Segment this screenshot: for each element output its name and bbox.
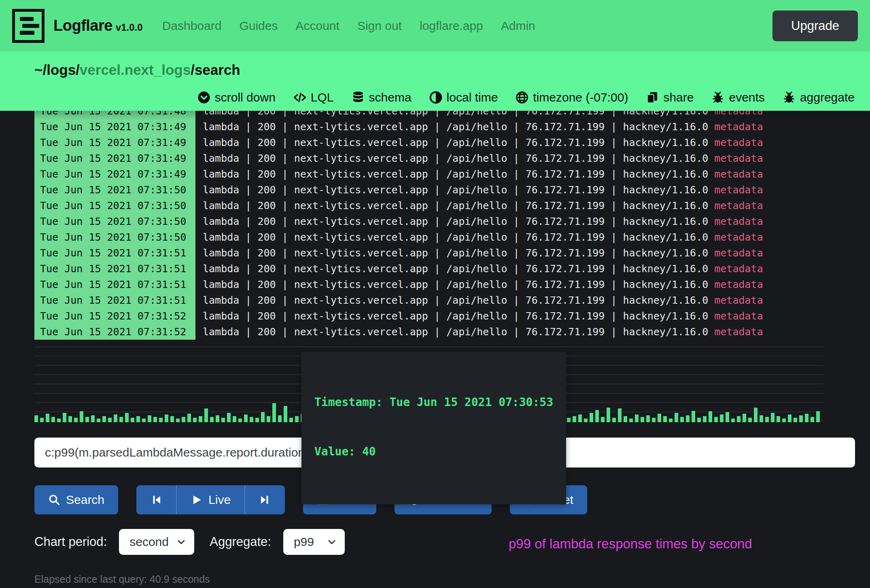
chart-bar[interactable] [720,415,724,422]
chart-bar[interactable] [771,413,775,422]
chart-bar[interactable] [811,417,814,422]
chart-bar[interactable] [692,411,695,422]
metadata-link[interactable]: metadata [714,326,763,338]
chart-bar[interactable] [210,417,214,422]
chart-bar[interactable] [51,417,55,422]
chart-bar[interactable] [607,408,610,422]
chart-bar[interactable] [119,417,123,422]
chart-bar[interactable] [40,418,44,422]
nav-logflare-app[interactable]: logflare.app [420,19,483,33]
chart-bar[interactable] [618,408,622,422]
metadata-link[interactable]: metadata [714,200,763,212]
events-button[interactable]: events [711,91,764,104]
chart-bar[interactable] [590,413,593,422]
nav-account[interactable]: Account [295,19,339,33]
chart-bar[interactable] [250,417,253,422]
chart-bar[interactable] [170,416,174,422]
brand-link[interactable]: Logflare v1.0.0 [53,17,143,34]
chart-bar[interactable] [714,417,718,422]
timezone-button[interactable]: timezone (-07:00) [516,91,628,104]
chart-bar[interactable] [675,413,678,422]
chart-bar[interactable] [193,418,197,422]
chart-bar[interactable] [153,417,157,422]
upgrade-button[interactable]: Upgrade [772,11,858,41]
chart-bar[interactable] [612,418,616,422]
chart-bar[interactable] [669,419,673,422]
metadata-link[interactable]: metadata [714,216,763,227]
chart-bar[interactable] [737,416,741,422]
chart-bar[interactable] [686,415,690,422]
chart-bar[interactable] [227,413,231,422]
search-button[interactable]: Search [34,485,118,514]
chart-bar[interactable] [680,417,684,422]
chart-bar[interactable] [46,414,49,422]
chart-bar[interactable] [760,415,763,422]
chart-bar[interactable] [652,418,656,422]
share-button[interactable]: share [646,91,694,104]
chart-bar[interactable] [289,418,293,422]
chart-bar[interactable] [641,417,644,422]
chart-bar[interactable] [142,419,146,422]
chart-bar[interactable] [187,414,191,422]
chart-bar[interactable] [148,415,151,422]
chart-bar[interactable] [102,416,106,422]
chart-bar[interactable] [635,415,639,422]
chart-bar[interactable] [646,415,650,422]
chart-bar[interactable] [204,408,208,422]
chart-bar[interactable] [261,412,265,422]
metadata-link[interactable]: metadata [714,310,763,322]
chart-bar[interactable] [136,416,140,422]
skip-to-end-button[interactable] [244,485,285,514]
chart-bar[interactable] [97,419,100,422]
chart-bar[interactable] [278,415,282,422]
aggregate-select[interactable]: p99 [283,529,345,555]
chart-bar[interactable] [703,416,707,422]
chart-bar[interactable] [284,406,287,422]
chart-bar[interactable] [805,414,808,422]
nav-guides[interactable]: Guides [239,19,278,33]
skip-to-start-button[interactable] [136,485,176,514]
chart-bar[interactable] [743,414,746,422]
chart-bar[interactable] [578,415,582,422]
chart-bar[interactable] [74,418,78,422]
chart-bar[interactable] [748,418,752,422]
chart-bar[interactable] [176,419,180,422]
local-time-toggle[interactable]: local time [429,91,498,104]
chart-bar[interactable] [816,411,820,422]
chart-period-select[interactable]: second [119,529,194,555]
live-button[interactable]: Live [176,485,244,514]
metadata-link[interactable]: metadata [714,263,763,275]
chart-bar[interactable] [114,415,117,422]
metadata-link[interactable]: metadata [714,247,763,259]
nav-sign-out[interactable]: Sign out [357,19,402,33]
chart-bar[interactable] [131,418,134,422]
chart-bar[interactable] [629,419,633,422]
chart-bar[interactable] [624,416,627,422]
metadata-link[interactable]: metadata [714,137,763,148]
chart-bar[interactable] [238,419,242,422]
chart-bar[interactable] [658,414,661,422]
schema-button[interactable]: schema [352,91,412,104]
breadcrumb[interactable]: ~/logs/vercel.next_logs/search [34,62,240,78]
chart-bar[interactable] [754,408,758,422]
chart-bar[interactable] [267,416,270,422]
chart-bar[interactable] [233,416,236,422]
nav-dashboard[interactable]: Dashboard [162,19,222,33]
chart-bar[interactable] [709,411,712,422]
chart-bar[interactable] [85,417,89,422]
chart-bar[interactable] [726,412,729,422]
chart-bar[interactable] [57,419,61,422]
chart-bar[interactable] [80,411,83,422]
scroll-down-button[interactable]: scroll down [197,91,276,104]
chart-bar[interactable] [788,415,791,422]
chart-bar[interactable] [697,418,701,422]
chart-bar[interactable] [573,416,576,422]
chart-bar[interactable] [199,416,202,422]
chart-bar[interactable] [34,415,38,422]
chart-bar[interactable] [165,415,168,422]
metadata-link[interactable]: metadata [714,231,763,243]
chart-bar[interactable] [295,416,299,422]
chart-bar[interactable] [216,415,219,422]
chart-bar[interactable] [125,413,129,422]
metadata-link[interactable]: metadata [714,279,763,290]
